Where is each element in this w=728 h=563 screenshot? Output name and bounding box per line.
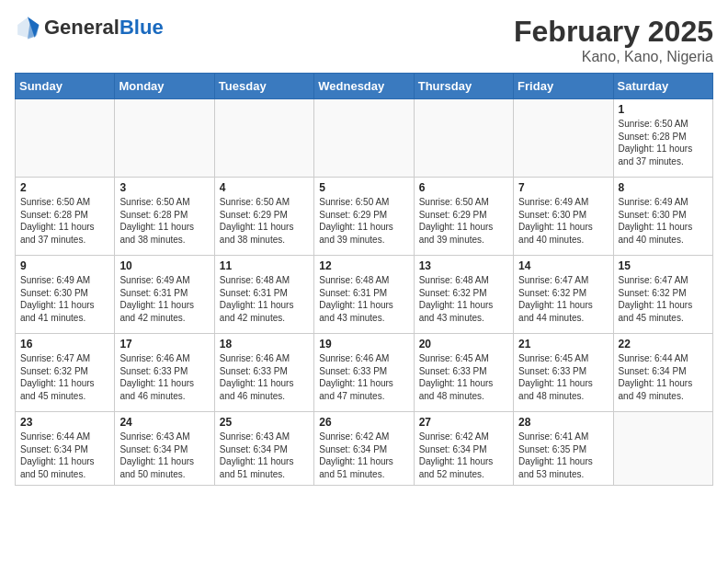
day-info: Sunrise: 6:47 AM Sunset: 6:32 PM Dayligh… <box>20 352 109 402</box>
day-info: Sunrise: 6:50 AM Sunset: 6:29 PM Dayligh… <box>220 196 309 246</box>
calendar-day-cell: 13Sunrise: 6:48 AM Sunset: 6:32 PM Dayli… <box>414 256 513 334</box>
calendar-day-cell: 21Sunrise: 6:45 AM Sunset: 6:33 PM Dayli… <box>514 334 613 412</box>
calendar-day-cell <box>613 412 712 486</box>
day-number: 9 <box>20 259 109 272</box>
day-info: Sunrise: 6:46 AM Sunset: 6:33 PM Dayligh… <box>220 352 309 402</box>
weekday-header-sunday: Sunday <box>16 74 115 99</box>
day-number: 3 <box>119 181 209 194</box>
day-number: 25 <box>220 416 309 429</box>
day-number: 16 <box>20 338 109 350</box>
day-number: 22 <box>619 338 708 350</box>
day-info: Sunrise: 6:47 AM Sunset: 6:32 PM Dayligh… <box>619 274 708 324</box>
day-info: Sunrise: 6:50 AM Sunset: 6:28 PM Dayligh… <box>119 196 209 246</box>
calendar-day-cell: 10Sunrise: 6:49 AM Sunset: 6:31 PM Dayli… <box>115 256 214 334</box>
month-title: February 2025 <box>514 15 713 49</box>
day-number: 1 <box>619 103 708 116</box>
logo-icon <box>15 15 40 40</box>
day-info: Sunrise: 6:44 AM Sunset: 6:34 PM Dayligh… <box>20 431 109 480</box>
weekday-header-row: SundayMondayTuesdayWednesdayThursdayFrid… <box>16 74 713 99</box>
title-block: February 2025 Kano, Kano, Nigeria <box>514 15 713 65</box>
calendar-table: SundayMondayTuesdayWednesdayThursdayFrid… <box>15 73 713 486</box>
day-number: 6 <box>419 181 508 194</box>
weekday-header-monday: Monday <box>115 74 214 99</box>
day-number: 13 <box>419 259 508 272</box>
calendar-day-cell: 4Sunrise: 6:50 AM Sunset: 6:29 PM Daylig… <box>214 178 313 256</box>
day-info: Sunrise: 6:43 AM Sunset: 6:34 PM Dayligh… <box>119 431 209 480</box>
day-info: Sunrise: 6:45 AM Sunset: 6:33 PM Dayligh… <box>419 352 508 402</box>
calendar-day-cell: 8Sunrise: 6:49 AM Sunset: 6:30 PM Daylig… <box>613 178 712 256</box>
calendar-day-cell: 23Sunrise: 6:44 AM Sunset: 6:34 PM Dayli… <box>16 412 115 486</box>
calendar-day-cell: 17Sunrise: 6:46 AM Sunset: 6:33 PM Dayli… <box>115 334 214 412</box>
day-info: Sunrise: 6:46 AM Sunset: 6:33 PM Dayligh… <box>319 352 408 402</box>
day-number: 15 <box>619 259 708 272</box>
day-number: 14 <box>518 259 608 272</box>
weekday-header-friday: Friday <box>514 74 613 99</box>
day-info: Sunrise: 6:50 AM Sunset: 6:29 PM Dayligh… <box>319 196 408 246</box>
day-number: 4 <box>220 181 309 194</box>
day-info: Sunrise: 6:46 AM Sunset: 6:33 PM Dayligh… <box>119 352 209 402</box>
calendar-week-3: 9Sunrise: 6:49 AM Sunset: 6:30 PM Daylig… <box>16 256 713 334</box>
calendar-day-cell <box>115 99 214 178</box>
calendar-day-cell: 19Sunrise: 6:46 AM Sunset: 6:33 PM Dayli… <box>314 334 414 412</box>
calendar-day-cell: 2Sunrise: 6:50 AM Sunset: 6:28 PM Daylig… <box>16 178 115 256</box>
weekday-header-wednesday: Wednesday <box>314 74 414 99</box>
day-number: 2 <box>20 181 109 194</box>
calendar-day-cell: 22Sunrise: 6:44 AM Sunset: 6:34 PM Dayli… <box>613 334 712 412</box>
calendar-day-cell: 20Sunrise: 6:45 AM Sunset: 6:33 PM Dayli… <box>414 334 513 412</box>
day-info: Sunrise: 6:41 AM Sunset: 6:35 PM Dayligh… <box>518 431 608 480</box>
logo-text: General Blue <box>44 17 164 39</box>
day-info: Sunrise: 6:48 AM Sunset: 6:32 PM Dayligh… <box>419 274 508 324</box>
weekday-header-thursday: Thursday <box>414 74 513 99</box>
calendar-day-cell: 12Sunrise: 6:48 AM Sunset: 6:31 PM Dayli… <box>314 256 414 334</box>
day-number: 11 <box>220 259 309 272</box>
calendar-day-cell: 1Sunrise: 6:50 AM Sunset: 6:28 PM Daylig… <box>613 99 712 178</box>
day-info: Sunrise: 6:50 AM Sunset: 6:29 PM Dayligh… <box>419 196 508 246</box>
day-info: Sunrise: 6:48 AM Sunset: 6:31 PM Dayligh… <box>319 274 408 324</box>
calendar-day-cell <box>314 99 414 178</box>
logo: General Blue <box>15 15 164 40</box>
calendar-day-cell: 6Sunrise: 6:50 AM Sunset: 6:29 PM Daylig… <box>414 178 513 256</box>
day-number: 12 <box>319 259 408 272</box>
day-number: 18 <box>220 338 309 350</box>
day-number: 23 <box>20 416 109 429</box>
day-info: Sunrise: 6:49 AM Sunset: 6:30 PM Dayligh… <box>619 196 708 246</box>
calendar-day-cell: 18Sunrise: 6:46 AM Sunset: 6:33 PM Dayli… <box>214 334 313 412</box>
calendar-week-2: 2Sunrise: 6:50 AM Sunset: 6:28 PM Daylig… <box>16 178 713 256</box>
day-info: Sunrise: 6:49 AM Sunset: 6:30 PM Dayligh… <box>518 196 608 246</box>
day-number: 10 <box>119 259 209 272</box>
calendar-day-cell <box>514 99 613 178</box>
calendar-day-cell: 11Sunrise: 6:48 AM Sunset: 6:31 PM Dayli… <box>214 256 313 334</box>
calendar-day-cell <box>16 99 115 178</box>
day-number: 20 <box>419 338 508 350</box>
day-info: Sunrise: 6:43 AM Sunset: 6:34 PM Dayligh… <box>220 431 309 480</box>
day-number: 19 <box>319 338 408 350</box>
day-number: 7 <box>518 181 608 194</box>
day-info: Sunrise: 6:42 AM Sunset: 6:34 PM Dayligh… <box>319 431 408 480</box>
page-header: General Blue February 2025 Kano, Kano, N… <box>15 15 713 65</box>
day-info: Sunrise: 6:42 AM Sunset: 6:34 PM Dayligh… <box>419 431 508 480</box>
calendar-day-cell: 3Sunrise: 6:50 AM Sunset: 6:28 PM Daylig… <box>115 178 214 256</box>
day-number: 24 <box>119 416 209 429</box>
day-number: 8 <box>619 181 708 194</box>
day-number: 26 <box>319 416 408 429</box>
day-info: Sunrise: 6:44 AM Sunset: 6:34 PM Dayligh… <box>619 352 708 402</box>
calendar-day-cell: 24Sunrise: 6:43 AM Sunset: 6:34 PM Dayli… <box>115 412 214 486</box>
calendar-day-cell: 16Sunrise: 6:47 AM Sunset: 6:32 PM Dayli… <box>16 334 115 412</box>
day-info: Sunrise: 6:49 AM Sunset: 6:30 PM Dayligh… <box>20 274 109 324</box>
calendar-day-cell <box>414 99 513 178</box>
day-number: 21 <box>518 338 608 350</box>
calendar-day-cell: 5Sunrise: 6:50 AM Sunset: 6:29 PM Daylig… <box>314 178 414 256</box>
calendar-day-cell: 25Sunrise: 6:43 AM Sunset: 6:34 PM Dayli… <box>214 412 313 486</box>
day-info: Sunrise: 6:49 AM Sunset: 6:31 PM Dayligh… <box>119 274 209 324</box>
calendar-day-cell: 7Sunrise: 6:49 AM Sunset: 6:30 PM Daylig… <box>514 178 613 256</box>
location-title: Kano, Kano, Nigeria <box>514 49 713 65</box>
day-number: 27 <box>419 416 508 429</box>
calendar-week-1: 1Sunrise: 6:50 AM Sunset: 6:28 PM Daylig… <box>16 99 713 178</box>
calendar-day-cell: 15Sunrise: 6:47 AM Sunset: 6:32 PM Dayli… <box>613 256 712 334</box>
day-number: 17 <box>119 338 209 350</box>
day-info: Sunrise: 6:48 AM Sunset: 6:31 PM Dayligh… <box>220 274 309 324</box>
calendar-week-4: 16Sunrise: 6:47 AM Sunset: 6:32 PM Dayli… <box>16 334 713 412</box>
day-info: Sunrise: 6:45 AM Sunset: 6:33 PM Dayligh… <box>518 352 608 402</box>
calendar-day-cell: 9Sunrise: 6:49 AM Sunset: 6:30 PM Daylig… <box>16 256 115 334</box>
calendar-day-cell: 14Sunrise: 6:47 AM Sunset: 6:32 PM Dayli… <box>514 256 613 334</box>
